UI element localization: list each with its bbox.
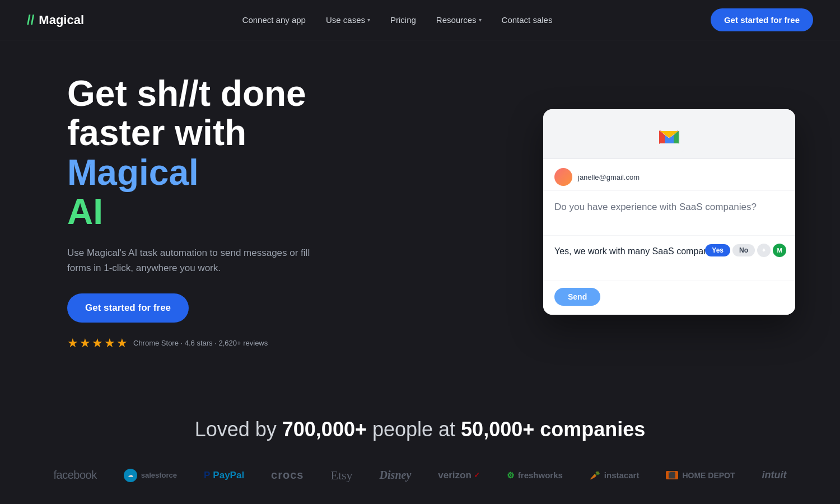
sparkle-icon[interactable]: ✦ (757, 244, 771, 257)
rating-text: Chrome Store · 4.6 stars · 2,620+ review… (133, 339, 268, 347)
email-question: Do you have experience with SaaS compani… (543, 191, 795, 236)
email-from-row: janelle@gmail.com (543, 159, 795, 191)
nav-use-cases[interactable]: Use cases ▾ (326, 15, 370, 25)
no-button[interactable]: No (732, 244, 755, 256)
nav-cta-button[interactable]: Get started for free (711, 8, 813, 31)
paypal-p-icon: P (204, 470, 210, 481)
gmail-logo (655, 123, 684, 152)
chevron-down-icon: ▾ (479, 17, 482, 23)
logo-etsy: Etsy (330, 468, 352, 483)
logo-slashes: // (27, 12, 34, 28)
yes-button[interactable]: Yes (705, 244, 730, 256)
title-line2: faster with Magical (67, 113, 381, 192)
stars-display: ★★★★★ (67, 336, 129, 351)
logo-paypal: PPayPal (204, 470, 244, 481)
email-reply-text: Yes, we work with many SaaS companies. (554, 246, 722, 256)
magical-m-icon[interactable]: M (773, 244, 786, 257)
logo-facebook: facebook (54, 469, 97, 482)
email-card-body: janelle@gmail.com Do you have experience… (543, 159, 795, 315)
logo[interactable]: // Magical (27, 12, 84, 28)
homedepot-icon: ⬛ (666, 471, 678, 479)
hero-right: janelle@gmail.com Do you have experience… (543, 109, 795, 315)
title-magical: Magical (67, 152, 199, 193)
sender-avatar (554, 168, 572, 186)
email-card-header (543, 109, 795, 159)
logo-instacart: 🥕instacart (590, 470, 640, 480)
send-button[interactable]: Send (554, 288, 600, 306)
logo-intuit: intuit (762, 469, 787, 481)
sender-email: janelle@gmail.com (578, 173, 640, 181)
loved-title: Loved by 700,000+ people at 50,000+ comp… (45, 418, 795, 441)
logo-salesforce: ☁salesforce (124, 469, 177, 482)
title-ai: AI (67, 192, 381, 231)
logo-freshworks: ⚙freshworks (507, 470, 563, 480)
nav-pricing[interactable]: Pricing (390, 15, 416, 25)
navbar: // Magical Connect any app Use cases ▾ P… (0, 0, 840, 40)
logo-crocs: crocs (271, 469, 304, 482)
email-reply-area[interactable]: Yes, we work with many SaaS companies. Y… (543, 236, 795, 281)
logo-text: Magical (39, 13, 84, 27)
hero-left: Get sh//t done faster with Magical AI Us… (67, 74, 381, 351)
logo-homedepot: ⬛HOME DEPOT (666, 471, 735, 480)
hero-subtitle: Use Magical's AI task automation to send… (67, 245, 314, 276)
hero-section: Get sh//t done faster with Magical AI Us… (0, 40, 840, 384)
chevron-down-icon: ▾ (367, 17, 370, 23)
instacart-icon: 🥕 (590, 470, 600, 480)
stars-row: ★★★★★ Chrome Store · 4.6 stars · 2,620+ … (67, 336, 381, 351)
hero-cta-button[interactable]: Get started for free (67, 293, 189, 323)
email-card: janelle@gmail.com Do you have experience… (543, 109, 795, 315)
nav-contact-sales[interactable]: Contact sales (502, 15, 553, 25)
magic-buttons: Yes No ✦ M (705, 244, 786, 257)
salesforce-cloud-icon: ☁ (124, 469, 137, 482)
logo-disney: Disney (380, 469, 412, 482)
nav-links: Connect any app Use cases ▾ Pricing Reso… (242, 15, 553, 25)
freshworks-icon: ⚙ (507, 470, 514, 480)
hero-title: Get sh//t done faster with Magical AI (67, 74, 381, 232)
logos-row: facebook ☁salesforce PPayPal crocs Etsy … (45, 468, 795, 504)
email-footer: Send (543, 281, 795, 315)
logo-verizon: verizon✓ (438, 470, 480, 481)
loved-section: Loved by 700,000+ people at 50,000+ comp… (0, 384, 840, 504)
nav-connect-any-app[interactable]: Connect any app (242, 15, 306, 25)
title-line1: Get sh//t done (67, 74, 381, 113)
nav-resources[interactable]: Resources ▾ (436, 15, 482, 25)
